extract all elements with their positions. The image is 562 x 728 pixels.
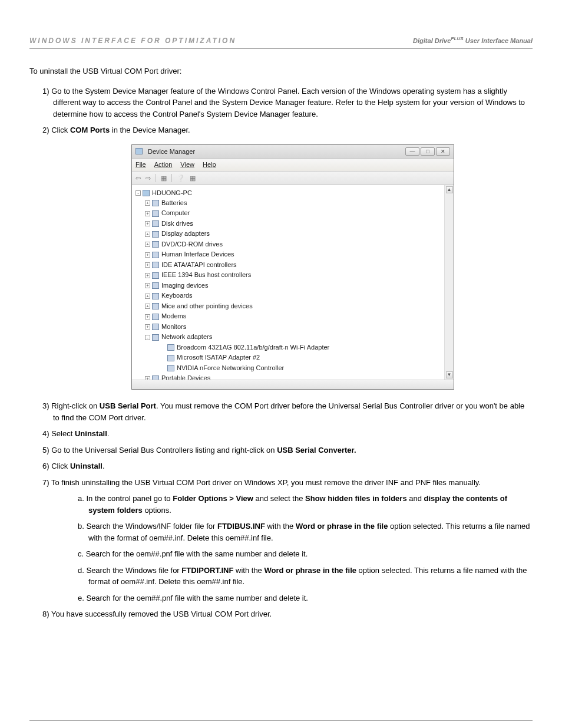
tree-node[interactable]: +IEEE 1394 Bus host controllers [145, 270, 443, 281]
expand-icon[interactable]: + [145, 273, 150, 278]
tree-node-label: Display adapters [161, 230, 210, 237]
expand-icon[interactable]: + [145, 314, 150, 319]
step-7: 7) To finish uninstalling the USB Virtua… [42, 477, 533, 604]
tree-node-label: Disk drives [161, 220, 193, 227]
device-category-icon [152, 334, 159, 341]
tree-node[interactable]: +Display adapters [145, 229, 443, 239]
device-category-icon [152, 241, 159, 248]
expand-icon[interactable]: + [145, 262, 150, 268]
device-category-icon [152, 220, 159, 227]
maximize-button[interactable]: □ [421, 147, 435, 156]
window-toolbar: ⇦ ⇨ ▦ ❔ ▦ [132, 172, 454, 186]
expand-icon[interactable]: + [145, 376, 150, 380]
tree-root-node[interactable]: -HDUONG-PC +Batteries+Computer+Disk driv… [134, 187, 443, 380]
collapse-icon[interactable]: - [145, 335, 150, 340]
tree-node[interactable]: -Network adapters [145, 332, 443, 342]
instruction-list: 1) Go to the System Device Manager featu… [29, 85, 533, 620]
device-tree-panel: -HDUONG-PC +Batteries+Computer+Disk driv… [132, 185, 454, 380]
device-category-icon [152, 324, 159, 330]
step-8: 8) You have successfully removed the USB… [42, 608, 533, 620]
menu-help[interactable]: Help [203, 160, 216, 170]
app-icon [135, 148, 143, 154]
step-3: 3) Right-click on USB Serial Port. You m… [42, 400, 533, 423]
device-icon [167, 365, 174, 371]
menu-view[interactable]: View [180, 160, 194, 170]
tree-node-label: Imaging devices [161, 282, 209, 289]
header-manual-title: Digital DrivePLUS User Interface Manual [413, 35, 533, 45]
back-icon[interactable]: ⇦ [135, 173, 141, 183]
tree-node-label: Keyboards [161, 292, 193, 299]
step-4: 4) Select Uninstall. [42, 428, 533, 440]
tree-leaf[interactable]: NVIDIA nForce Networking Controller [167, 363, 443, 373]
window-title: Device Manager [148, 147, 195, 157]
tree-node[interactable]: +IDE ATA/ATAPI controllers [145, 259, 443, 270]
window-titlebar: Device Manager — □ ✕ [132, 145, 454, 159]
tree-node[interactable]: +Human Interface Devices [145, 249, 443, 260]
help-icon[interactable]: ❔ [177, 173, 185, 183]
device-category-icon [152, 210, 159, 217]
forward-icon[interactable]: ⇨ [146, 173, 151, 183]
device-category-icon [152, 200, 159, 206]
scan-icon[interactable]: ▦ [190, 173, 196, 183]
properties-icon[interactable]: ▦ [161, 173, 167, 183]
device-icon [167, 355, 174, 361]
step-6: 6) Click Uninstall. [42, 460, 533, 472]
device-category-icon [152, 314, 159, 320]
tree-node[interactable]: +Disk drives [145, 218, 443, 229]
substep-e: e. Search for the oem##.pnf file with th… [78, 592, 533, 604]
scroll-up-icon[interactable]: ▲ [446, 186, 453, 193]
device-category-icon [152, 262, 159, 268]
step-2: 2) Click COM Ports in the Device Manager… [42, 124, 533, 390]
expand-icon[interactable]: + [145, 242, 150, 247]
tree-node[interactable]: +Imaging devices [145, 280, 443, 291]
tree-node-label: IEEE 1394 Bus host controllers [161, 271, 251, 278]
intro-text: To uninstall the USB Virtual COM Port dr… [29, 65, 533, 77]
tree-leaf-label: NVIDIA nForce Networking Controller [177, 364, 284, 371]
tree-node[interactable]: +Keyboards [145, 291, 443, 301]
minimize-button[interactable]: — [405, 147, 419, 156]
tree-node[interactable]: +Computer [145, 208, 443, 219]
expand-icon[interactable]: + [145, 304, 150, 309]
substep-d: d. Search the Windows file for FTDIPORT.… [78, 565, 533, 588]
substep-c: c. Search for the oem##.pnf file with th… [78, 548, 533, 560]
device-category-icon [152, 231, 159, 238]
tree-leaf[interactable]: Broadcom 4321AG 802.11a/b/g/draft-n Wi-F… [167, 342, 443, 353]
expand-icon[interactable]: + [145, 324, 150, 330]
tree-node-label: Mice and other pointing devices [161, 302, 253, 309]
scroll-down-icon[interactable]: ▼ [446, 371, 453, 378]
tree-node[interactable]: +Batteries [145, 197, 443, 208]
tree-leaf[interactable]: Microsoft ISATAP Adapter #2 [167, 353, 443, 363]
device-category-icon [152, 252, 159, 258]
tree-node[interactable]: +Modems [145, 311, 443, 322]
window-menubar: File Action View Help [132, 159, 454, 172]
collapse-icon[interactable]: - [135, 190, 141, 196]
substep-b: b. Search the Windows/INF folder file fo… [78, 521, 533, 543]
device-category-icon [152, 272, 159, 279]
device-manager-window: Device Manager — □ ✕ File Action View He… [131, 144, 454, 390]
device-category-icon [152, 293, 159, 299]
menu-action[interactable]: Action [154, 160, 173, 170]
tree-node-label: Human Interface Devices [161, 251, 234, 258]
tree-node[interactable]: +Portable Devices [145, 373, 443, 380]
expand-icon[interactable]: + [145, 200, 150, 206]
tree-node[interactable]: +DVD/CD-ROM drives [145, 239, 443, 249]
footer-rule [29, 720, 533, 721]
expand-icon[interactable]: + [145, 221, 150, 226]
header-section-title: WINDOWS INTERFACE FOR OPTIMIZATION [29, 35, 236, 46]
close-button[interactable]: ✕ [436, 147, 450, 156]
tree-node[interactable]: +Monitors [145, 321, 443, 332]
tree-node-label: Monitors [161, 323, 186, 330]
expand-icon[interactable]: + [145, 232, 150, 237]
menu-file[interactable]: File [135, 160, 146, 170]
tree-node-label: Batteries [161, 199, 187, 206]
tree-node-label: Network adapters [161, 333, 212, 340]
expand-icon[interactable]: + [145, 252, 150, 258]
scrollbar[interactable]: ▲ ▼ [444, 185, 454, 380]
expand-icon[interactable]: + [145, 283, 150, 288]
expand-icon[interactable]: + [145, 294, 150, 299]
tree-node-label: IDE ATA/ATAPI controllers [161, 261, 237, 268]
device-category-icon [152, 303, 159, 309]
expand-icon[interactable]: + [145, 211, 150, 216]
page-header: WINDOWS INTERFACE FOR OPTIMIZATION Digit… [29, 35, 533, 49]
tree-node[interactable]: +Mice and other pointing devices [145, 301, 443, 311]
